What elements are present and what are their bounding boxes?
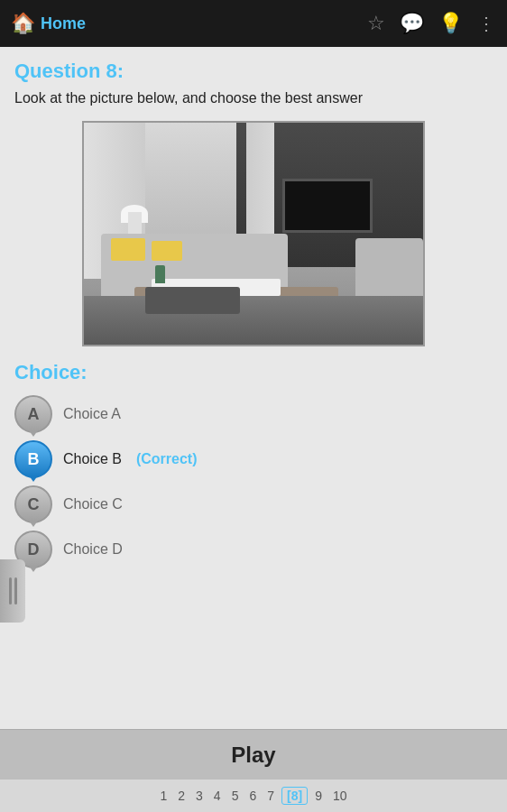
main-content: Question 8: Look at the picture below, a… <box>0 47 507 729</box>
choice-b-item[interactable]: B Choice B (Correct) <box>14 440 493 478</box>
hint-icon[interactable]: 💡 <box>438 12 463 35</box>
choice-b-badge: B <box>14 440 52 478</box>
page-3[interactable]: 3 <box>192 787 207 805</box>
page-6[interactable]: 6 <box>245 787 260 805</box>
choice-section-label: Choice: <box>14 361 493 384</box>
choice-a-text: Choice A <box>63 406 121 422</box>
question-text: Look at the picture below, and choose th… <box>14 88 493 108</box>
choice-a-badge: A <box>14 395 52 433</box>
page-2[interactable]: 2 <box>174 787 189 805</box>
choice-c-text: Choice C <box>63 496 123 512</box>
question-label: Question 8: <box>14 60 493 83</box>
page-1[interactable]: 1 <box>156 787 171 805</box>
choice-d-item[interactable]: D Choice D <box>14 531 493 568</box>
choice-d-text: Choice D <box>63 541 123 558</box>
question-image <box>82 121 425 346</box>
top-bar: 🏠 Home ☆ 💬 💡 ⋮ <box>0 0 507 47</box>
play-button[interactable]: Play <box>231 743 275 768</box>
top-bar-icons: ☆ 💬 💡 ⋮ <box>367 12 496 35</box>
page-7[interactable]: 7 <box>263 787 278 805</box>
page-10[interactable]: 10 <box>329 787 351 805</box>
play-bar: Play <box>0 729 507 780</box>
page-4[interactable]: 4 <box>210 787 225 805</box>
handle-bar-2 <box>14 577 17 604</box>
home-label[interactable]: Home <box>41 14 367 33</box>
choice-c-badge: C <box>14 485 52 523</box>
choice-c-item[interactable]: C Choice C <box>14 485 493 523</box>
pagination: 1 2 3 4 5 6 7 [8] 9 10 <box>0 780 507 812</box>
page-5[interactable]: 5 <box>228 787 243 805</box>
home-icon: 🏠 <box>11 12 35 35</box>
choice-b-text: Choice B <box>63 451 122 467</box>
page-8-active[interactable]: [8] <box>281 787 308 805</box>
choice-a-item[interactable]: A Choice A <box>14 395 493 433</box>
choice-b-correct-label: (Correct) <box>136 451 198 467</box>
page-9[interactable]: 9 <box>311 787 326 805</box>
choices-list: A Choice A B Choice B (Correct) C Choice… <box>14 395 493 568</box>
handle-bar-1 <box>9 577 12 604</box>
star-icon[interactable]: ☆ <box>367 12 385 35</box>
side-handle[interactable] <box>0 559 25 623</box>
chat-icon[interactable]: 💬 <box>400 12 424 35</box>
menu-icon[interactable]: ⋮ <box>477 13 496 34</box>
